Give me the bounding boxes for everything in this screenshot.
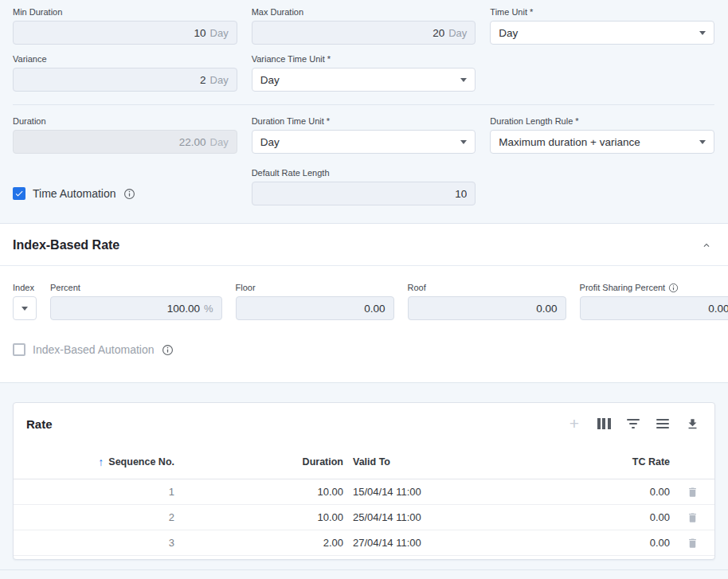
delete-row-button[interactable] [670,511,714,524]
plus-icon: + [569,416,579,432]
duration-value [22,136,206,148]
time-unit-field: Time Unit * Day [490,7,714,45]
valid-to-cell: 15/04/14 11:00 [343,486,550,498]
page-bottom-divider [0,569,728,570]
charter-duration-page: Min Duration Day Max Duration Day Time U… [0,0,728,579]
duration-cell: 2.00 [174,537,343,549]
profit-sharing-percent-input[interactable]: % [580,296,728,320]
duration-time-unit-select[interactable]: Day [252,130,476,154]
floor-label: Floor [236,283,394,293]
duration-cell: 10.00 [174,511,343,523]
check-icon [14,189,24,198]
density-button[interactable] [655,416,671,432]
index-based-automation-checkbox[interactable] [13,343,25,356]
percent-unit: % [204,303,213,315]
variance-time-unit-field: Variance Time Unit * Day [252,54,476,92]
percent-label: Percent [50,283,222,293]
min-duration-input[interactable]: Day [13,21,237,45]
valid-to-column-header[interactable]: Valid To [343,456,550,468]
table-row[interactable]: 1 10.00 15/04/14 11:00 0.00 [14,479,714,505]
info-icon[interactable] [123,188,135,200]
time-automation-checkbox[interactable] [13,187,25,200]
time-automation-field: Time Automation [13,168,237,205]
duration-label: Duration [13,116,237,127]
default-rate-length-value[interactable] [260,188,468,200]
index-field: Index [13,283,37,320]
filter-button[interactable] [625,416,641,432]
profit-sharing-percent-field: Profit Sharing Percent % [580,283,728,320]
percent-value[interactable] [59,303,200,315]
valid-to-cell: 27/04/14 11:00 [343,537,550,549]
profit-sharing-percent-value[interactable] [589,303,728,315]
profit-sharing-percent-label: Profit Sharing Percent [580,283,728,293]
duration-time-unit-value: Day [260,136,461,148]
duration-length-rule-value: Maximum duration + variance [499,136,699,148]
rate-card-toolbar: Rate + [14,403,714,444]
sequence-cell: 3 [14,537,174,549]
column-settings-button[interactable] [596,416,612,432]
table-row[interactable]: 3 2.00 27/04/14 11:00 0.00 [14,530,714,556]
download-button[interactable] [684,416,700,432]
rate-table-section: Rate + ↑ Sequence No. Du [0,383,728,560]
floor-value[interactable] [245,303,386,315]
trash-icon [687,511,699,524]
roof-input[interactable] [408,296,566,320]
section-title: Index-Based Rate [13,238,119,252]
time-unit-label: Time Unit * [490,7,714,18]
variance-time-unit-select[interactable]: Day [252,68,476,92]
chevron-down-icon [460,78,467,82]
time-unit-select[interactable]: Day [490,21,714,45]
sequence-column-header[interactable]: ↑ Sequence No. [14,456,174,468]
variance-input[interactable]: Day [13,68,237,92]
default-rate-length-label: Default Rate Length [252,168,476,178]
rate-card: Rate + ↑ Sequence No. Du [13,402,715,560]
info-icon[interactable] [162,344,174,356]
roof-value[interactable] [417,303,558,315]
max-duration-unit: Day [448,27,467,39]
min-duration-value[interactable] [22,27,206,39]
index-select[interactable] [13,296,37,320]
variance-label: Variance [13,54,237,65]
chevron-down-icon [460,140,467,144]
tc-rate-cell: 0.00 [550,486,670,498]
duration-column-header[interactable]: Duration [174,456,343,468]
chevron-up-icon [701,240,712,251]
rate-table-header: ↑ Sequence No. Duration Valid To TC Rate [14,444,714,479]
sort-ascending-icon[interactable]: ↑ [98,456,104,468]
add-row-button[interactable]: + [566,416,582,432]
default-rate-length-field: Default Rate Length [252,168,476,205]
sequence-cell: 2 [14,511,174,523]
min-duration-label: Min Duration [13,7,237,18]
duration-form-row-group-2: Duration Day Duration Time Unit * Day Du… [13,116,714,205]
variance-time-unit-label: Variance Time Unit * [252,54,476,65]
chevron-down-icon [699,140,706,144]
floor-field: Floor [236,283,394,320]
index-based-rate-header: Index-Based Rate [0,224,728,266]
percent-input[interactable]: % [50,296,222,320]
variance-value[interactable] [22,74,206,86]
time-automation-label: Time Automation [33,187,116,200]
delete-row-button[interactable] [670,537,714,550]
duration-input-disabled: Day [13,130,237,154]
max-duration-input[interactable]: Day [252,21,476,45]
collapse-section-button[interactable] [701,240,712,251]
duration-length-rule-field: Duration Length Rule * Maximum duration … [490,116,714,154]
table-row[interactable]: 2 10.00 25/04/14 11:00 0.00 [14,505,714,530]
menu-icon [656,419,669,428]
percent-field: Percent % [50,283,222,320]
delete-row-button[interactable] [670,486,714,499]
default-rate-length-input[interactable] [252,182,476,205]
index-based-rate-fields: Index Percent % Floor R [0,266,728,320]
rate-card-title: Rate [26,417,53,431]
rate-toolbar-icons: + [566,416,700,432]
time-automation-row: Time Automation [13,182,237,205]
duration-time-unit-label: Duration Time Unit * [252,116,476,127]
max-duration-label: Max Duration [252,7,476,18]
variance-time-unit-value: Day [260,74,461,86]
tc-rate-column-header[interactable]: TC Rate [550,456,670,468]
max-duration-value[interactable] [260,27,445,39]
duration-time-unit-field: Duration Time Unit * Day [252,116,476,154]
info-icon[interactable] [668,283,679,293]
floor-input[interactable] [236,296,394,320]
duration-length-rule-select[interactable]: Maximum duration + variance [490,130,714,154]
